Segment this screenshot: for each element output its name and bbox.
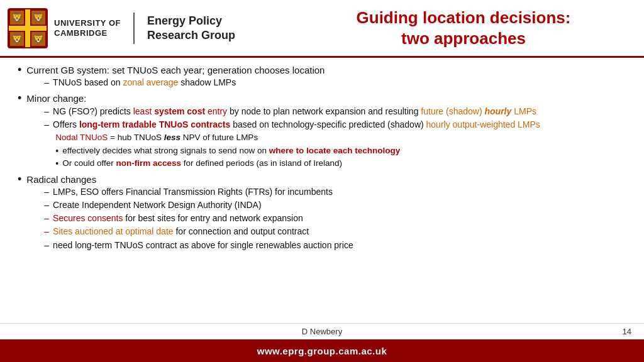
slide-content: • Current GB system: set TNUoS each year…	[0, 58, 644, 323]
dash: –	[44, 77, 49, 88]
svg-text:🦁: 🦁	[32, 33, 45, 45]
bullet-2-marker: •	[18, 92, 21, 105]
bullet-2-text: Minor change: – NG (FSO?) predicts least…	[26, 92, 540, 170]
bullet-3-marker: •	[18, 173, 21, 186]
footer-url: www.eprg.group.cam.ac.uk	[0, 339, 644, 362]
title-area: Guiding location decisions:two approache…	[291, 8, 636, 48]
sub1-text: NG (FSO?) predicts least system cost ent…	[53, 106, 536, 117]
bullet-2: • Minor change: – NG (FSO?) predicts lea…	[18, 92, 626, 170]
dash: –	[44, 212, 49, 224]
sub4-text: Sites auctioned at optimal date for conn…	[53, 226, 309, 237]
dash: –	[44, 119, 49, 130]
slide-header: 🦁 🦁 🦁 🦁 UNIVERSITY OF CAMBRIDGE Energy P…	[0, 0, 644, 58]
group-name-text: Energy Policy Research Group	[147, 14, 235, 42]
bullet-1-marker: •	[18, 63, 21, 77]
svg-text:🦁: 🦁	[32, 11, 45, 23]
dash: –	[44, 199, 49, 211]
author-name: D Newbery	[302, 327, 342, 336]
sub2-text: Offers long-term tradable TNUoS contract…	[53, 119, 540, 130]
sub-sub-items: • effectively decides what strong signal…	[55, 145, 540, 169]
footer-author: D Newbery 14	[0, 323, 644, 339]
svg-text:🦁: 🦁	[11, 11, 23, 23]
page-number: 14	[623, 327, 631, 336]
svg-text:🦁: 🦁	[11, 33, 23, 45]
nodal-line: Nodal TNUoS = hub TNUoS less NPV of futu…	[55, 132, 540, 143]
bullet-small-2: •	[55, 158, 58, 169]
svg-rect-3	[9, 26, 47, 31]
bullet-2-sub-1: – NG (FSO?) predicts least system cost e…	[44, 106, 540, 117]
bullet-3-text: Radical changes – LMPs, ESO offers Finan…	[26, 173, 353, 253]
bullet-3-sub-1: – LMPs, ESO offers Financial Transmissio…	[44, 186, 353, 197]
cambridge-shield-icon: 🦁 🦁 🦁 🦁	[8, 8, 48, 48]
sub-sub-2: • Or could offer non-firm access for def…	[55, 158, 540, 169]
dash: –	[44, 226, 49, 237]
bullet-3-sub-5: – need long-term TNUoS contract as above…	[44, 239, 353, 251]
bullet-2-sub-2: – Offers long-term tradable TNUoS contra…	[44, 119, 540, 130]
logo-area: 🦁 🦁 🦁 🦁 UNIVERSITY OF CAMBRIDGE Energy P…	[8, 8, 291, 48]
bullet-3-sub-3: – Secures consents for best sites for en…	[44, 212, 353, 224]
sub1-text: TNUoS based on zonal average shadow LMPs	[53, 77, 236, 88]
sub3-text: Secures consents for best sites for entr…	[53, 212, 303, 224]
footer-url-text: www.eprg.group.cam.ac.uk	[257, 346, 387, 356]
sub-sub-2-text: Or could offer non-firm access for defin…	[62, 158, 342, 169]
group-name: Energy Policy Research Group	[147, 14, 235, 42]
slide-title: Guiding location decisions:two approache…	[357, 8, 571, 48]
bullet-3-sub-2: – Create Independent Network Design Auth…	[44, 199, 353, 211]
bullet-3: • Radical changes – LMPs, ESO offers Fin…	[18, 173, 626, 253]
bullet-1-sub-1: – TNUoS based on zonal average shadow LM…	[44, 77, 325, 88]
sub-sub-1: • effectively decides what strong signal…	[55, 145, 540, 156]
dash: –	[44, 106, 49, 117]
sub-sub-1-text: effectively decides what strong signals …	[62, 145, 400, 156]
header-divider	[133, 13, 135, 44]
bullet-1-text: Current GB system: set TNUoS each year; …	[26, 64, 325, 90]
dash: –	[44, 186, 49, 197]
bullet-3-sub-4: – Sites auctioned at optimal date for co…	[44, 226, 353, 237]
dash: –	[44, 239, 49, 251]
bullet-1: • Current GB system: set TNUoS each year…	[18, 64, 626, 90]
university-text: UNIVERSITY OF CAMBRIDGE	[54, 18, 121, 38]
bullet-small: •	[55, 145, 58, 156]
university-name: UNIVERSITY OF CAMBRIDGE	[54, 18, 121, 38]
